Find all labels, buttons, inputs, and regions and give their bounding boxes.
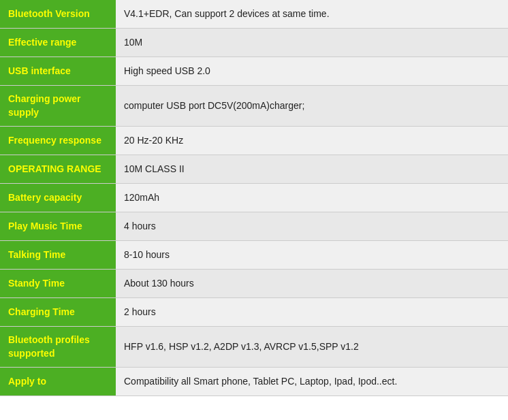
row-value: V4.1+EDR, Can support 2 devices at same … bbox=[116, 0, 508, 29]
table-row: Apply toCompatibility all Smart phone, T… bbox=[0, 368, 508, 396]
table-row: Battery capacity120mAh bbox=[0, 184, 508, 212]
table-row: Charging power supplycomputer USB port D… bbox=[0, 86, 508, 127]
table-row: Frequency response20 Hz-20 KHz bbox=[0, 127, 508, 155]
row-label: Bluetooth profiles supported bbox=[0, 327, 116, 368]
row-label: Charging power supply bbox=[0, 86, 116, 127]
row-label: USB interface bbox=[0, 57, 116, 86]
row-value: 8-10 hours bbox=[116, 241, 508, 270]
row-label: Effective range bbox=[0, 29, 116, 57]
row-label: Bluetooth Version bbox=[0, 0, 116, 29]
row-label: Battery capacity bbox=[0, 184, 116, 212]
row-value: About 130 hours bbox=[116, 270, 508, 298]
row-value: computer USB port DC5V(200mA)charger; bbox=[116, 86, 508, 127]
row-label: OPERATING RANGE bbox=[0, 155, 116, 184]
row-label: Talking Time bbox=[0, 241, 116, 270]
row-value: 4 hours bbox=[116, 212, 508, 241]
row-value: 10M CLASS II bbox=[116, 155, 508, 184]
row-value: HFP v1.6, HSP v1.2, A2DP v1.3, AVRCP v1.… bbox=[116, 327, 508, 368]
table-row: Play Music Time4 hours bbox=[0, 212, 508, 241]
row-value: Compatibility all Smart phone, Tablet PC… bbox=[116, 368, 508, 396]
table-row: Bluetooth profiles supportedHFP v1.6, HS… bbox=[0, 327, 508, 368]
table-row: Talking Time8-10 hours bbox=[0, 241, 508, 270]
row-value: 20 Hz-20 KHz bbox=[116, 127, 508, 155]
specs-table: Bluetooth VersionV4.1+EDR, Can support 2… bbox=[0, 0, 508, 396]
row-label: Apply to bbox=[0, 368, 116, 396]
table-row: Standy TimeAbout 130 hours bbox=[0, 270, 508, 298]
row-label: Frequency response bbox=[0, 127, 116, 155]
row-label: Charging Time bbox=[0, 298, 116, 327]
row-label: Play Music Time bbox=[0, 212, 116, 241]
table-row: USB interfaceHigh speed USB 2.0 bbox=[0, 57, 508, 86]
table-row: OPERATING RANGE10M CLASS II bbox=[0, 155, 508, 184]
row-value: 120mAh bbox=[116, 184, 508, 212]
row-value: High speed USB 2.0 bbox=[116, 57, 508, 86]
row-value: 2 hours bbox=[116, 298, 508, 327]
row-value: 10M bbox=[116, 29, 508, 57]
row-label: Standy Time bbox=[0, 270, 116, 298]
table-row: Charging Time2 hours bbox=[0, 298, 508, 327]
table-row: Bluetooth VersionV4.1+EDR, Can support 2… bbox=[0, 0, 508, 29]
table-row: Effective range10M bbox=[0, 29, 508, 57]
